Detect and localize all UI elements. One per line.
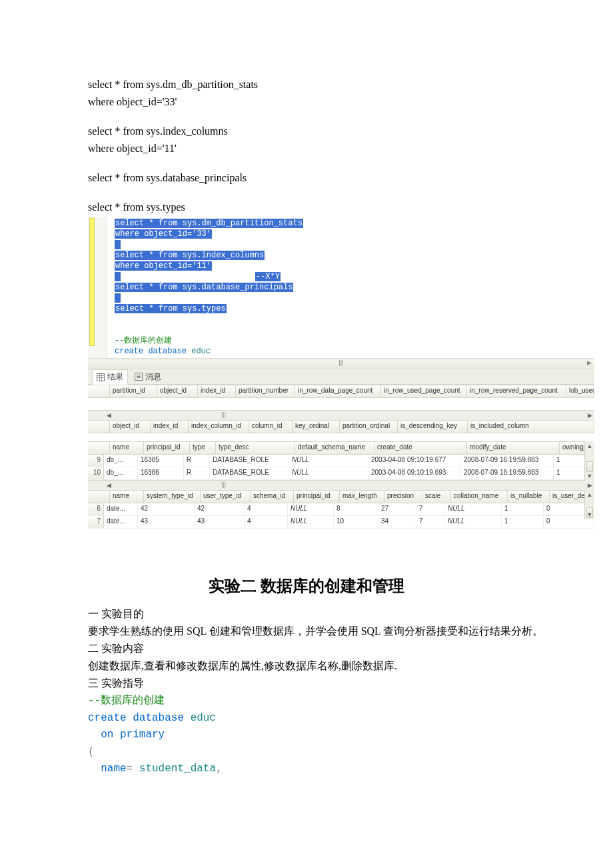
table-row[interactable]: 7 date... 43 43 4 NULL 10 34 7 NULL 1 0 — [88, 516, 594, 529]
code-keyword: name — [88, 763, 127, 775]
scroll-right-icon[interactable]: ▶ — [585, 481, 594, 490]
grid-vscroll[interactable]: ▲ ▼ — [584, 490, 594, 519]
selected-text: select * from sys.dm_db_partition_stats — [115, 219, 303, 228]
col-header[interactable]: column_id — [249, 421, 293, 433]
col-header[interactable]: in_row_reserved_page_count — [467, 385, 566, 397]
col-header[interactable]: object_id — [157, 385, 198, 397]
selected-text: where object_id='11' — [115, 261, 212, 271]
cell: 8 — [334, 503, 378, 515]
result-grid-1[interactable]: partition_id object_id index_id partitio… — [88, 385, 594, 420]
selected-text: select * from sys.database_principals — [115, 283, 293, 292]
scroll-left-icon[interactable]: ◀ — [104, 411, 113, 420]
selected-text — [115, 293, 121, 303]
cell: 2008-07-09 16:19:59.883 — [461, 467, 554, 479]
result-grid-2[interactable]: object_id index_id index_column_id colum… — [88, 420, 594, 433]
row-number: 9 — [88, 455, 104, 467]
ssms-screenshot: select * from sys.dm_db_partition_stats … — [88, 217, 594, 529]
scroll-up-icon[interactable]: ▲ — [585, 441, 594, 451]
section-heading: 三 实验指导 — [88, 675, 553, 691]
tab-label: 结果 — [107, 371, 123, 383]
grid-hscroll[interactable]: ◀ ||| ▶ — [88, 480, 594, 490]
code-comment: --数据库的创建 — [88, 695, 165, 707]
table-row[interactable]: 10 db_... 16386 R DATABASE_ROLE NULL 200… — [88, 467, 594, 480]
table-row[interactable]: 9 db_... 16385 R DATABASE_ROLE NULL 2003… — [88, 455, 594, 467]
row-number: 6 — [88, 503, 104, 515]
col-header[interactable]: partition_ordinal — [340, 421, 398, 433]
cell: 2003-04-08 09:10:19.677 — [368, 455, 461, 467]
grid-vscroll[interactable]: ▲ ▼ — [584, 441, 594, 481]
col-header[interactable]: precision — [384, 491, 422, 503]
code-block: --数据库的创建 create database educ on primary… — [0, 693, 613, 778]
sql-line: where object_id='11' — [88, 141, 553, 157]
tab-results[interactable]: 结果 — [92, 369, 128, 385]
col-header[interactable]: is_descending_key — [398, 421, 468, 433]
col-header[interactable]: principal_id — [294, 491, 340, 503]
grid-hscroll[interactable]: ◀ ||| ▶ — [88, 410, 594, 420]
scroll-right-icon[interactable]: ▶ — [585, 411, 594, 420]
selected-text: --X*Y — [255, 272, 281, 281]
results-tabs: 结果 消息 — [88, 369, 594, 385]
cell: 7 — [416, 503, 445, 515]
col-header[interactable]: in_row_used_page_count — [381, 385, 467, 397]
cell: NULL — [289, 467, 368, 479]
col-header[interactable]: max_length — [340, 491, 384, 503]
scroll-left-icon[interactable]: ◀ — [104, 481, 113, 490]
code-punct: , — [216, 763, 223, 775]
code-punct: = — [127, 763, 139, 775]
cell: 43 — [138, 516, 195, 528]
cell: NULL — [288, 503, 334, 515]
col-header[interactable]: is_included_column — [468, 421, 594, 433]
col-header[interactable]: partition_number — [236, 385, 295, 397]
selected-text: select * from sys.types — [115, 304, 227, 313]
sql-editor[interactable]: select * from sys.dm_db_partition_stats … — [88, 217, 594, 359]
cell: date... — [104, 516, 138, 528]
code-keyword: create database — [88, 712, 191, 724]
col-header[interactable]: name — [110, 442, 144, 454]
result-grid-4[interactable]: name system_type_id user_type_id schema_… — [88, 490, 594, 529]
editor-code[interactable]: select * from sys.dm_db_partition_stats … — [115, 218, 592, 357]
row-number: 7 — [88, 516, 104, 528]
cell: 27 — [378, 503, 416, 515]
col-header[interactable]: collation_name — [451, 491, 508, 503]
col-header[interactable]: in_row_data_page_count — [295, 385, 381, 397]
col-header[interactable]: index_column_id — [189, 421, 249, 433]
col-header[interactable]: default_schema_name — [295, 442, 374, 454]
body-text: 一 实验目的 要求学生熟练的使用 SQL 创建和管理数据库，并学会使用 SQL … — [0, 606, 613, 691]
grid-header: object_id index_id index_column_id colum… — [88, 421, 594, 433]
col-header[interactable]: index_id — [198, 385, 236, 397]
col-header[interactable]: key_ordinal — [293, 421, 340, 433]
sql-line: select * from sys.dm_db_partition_stats — [88, 77, 553, 93]
scroll-up-icon[interactable]: ▲ — [585, 490, 594, 499]
table-row[interactable]: 6 date... 42 42 4 NULL 8 27 7 NULL 1 0 — [88, 503, 594, 516]
tab-label: 消息 — [145, 371, 161, 383]
col-header[interactable]: scale — [422, 491, 451, 503]
section-heading: 一 实验目的 — [88, 606, 553, 622]
col-header[interactable]: name — [110, 491, 144, 503]
editor-hscroll[interactable]: ||| ▶ — [88, 359, 594, 369]
col-header[interactable]: type — [190, 442, 216, 454]
col-header[interactable]: lob_used_pa — [566, 385, 594, 397]
col-header[interactable]: object_id — [110, 421, 151, 433]
col-header[interactable]: system_type_id — [144, 491, 201, 503]
col-header[interactable]: partition_id — [110, 385, 157, 397]
sql-line: select * from sys.types — [88, 199, 553, 215]
col-header[interactable]: principal_id — [144, 442, 190, 454]
col-header[interactable]: is_nullable — [508, 491, 550, 503]
paragraph: 要求学生熟练的使用 SQL 创建和管理数据库，并学会使用 SQL 查询分析器接受… — [88, 623, 553, 639]
scroll-right-icon[interactable]: ▶ — [587, 359, 592, 366]
col-header[interactable]: type_desc — [216, 442, 295, 454]
tab-messages[interactable]: 消息 — [131, 370, 165, 384]
col-header[interactable]: index_id — [151, 421, 189, 433]
col-header[interactable]: schema_id — [251, 491, 294, 503]
cell: 2008-07-09 16:19:59.883 — [461, 455, 554, 467]
cell: DATABASE_ROLE — [210, 467, 289, 479]
result-grid-3[interactable]: name principal_id type type_desc default… — [88, 441, 594, 490]
scroll-thumb[interactable] — [586, 461, 593, 472]
col-header[interactable]: modify_date — [467, 442, 560, 454]
col-header[interactable]: user_type_id — [201, 491, 251, 503]
col-header[interactable]: create_date — [374, 442, 467, 454]
scroll-down-icon[interactable]: ▼ — [585, 510, 594, 519]
scroll-down-icon[interactable]: ▼ — [585, 471, 594, 481]
selected-text — [115, 240, 121, 249]
grid-header: name principal_id type type_desc default… — [88, 442, 594, 455]
